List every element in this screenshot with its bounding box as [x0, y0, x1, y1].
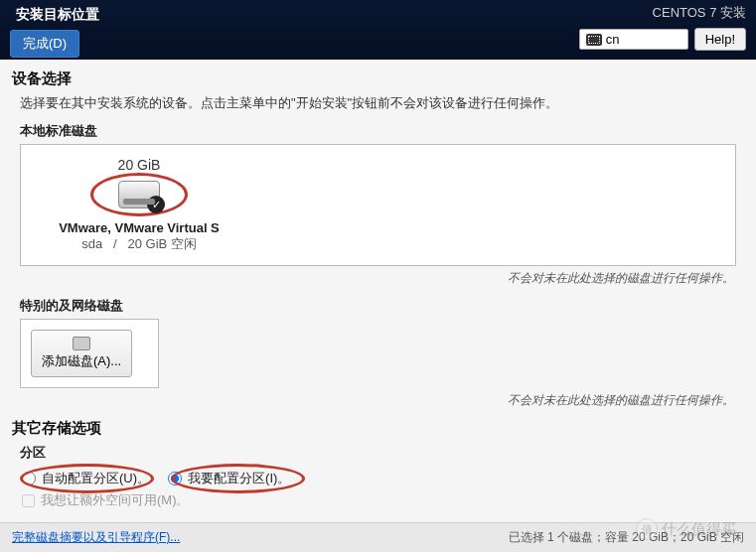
partition-radio-row: 自动配置分区(U)。 我要配置分区(I)。: [22, 470, 744, 487]
disk-detail: sda / 20 GiB 空闲: [35, 235, 243, 253]
network-disk-icon: [73, 337, 90, 350]
local-disks-box: 20 GiB ✓ VMware, VMware Virtual S sda / …: [20, 144, 736, 266]
disk-item[interactable]: 20 GiB ✓ VMware, VMware Virtual S sda / …: [35, 157, 243, 253]
disk-summary-link[interactable]: 完整磁盘摘要以及引导程序(F)...: [12, 529, 180, 546]
radio-auto-input[interactable]: [22, 472, 36, 485]
page-title: 安装目标位置: [10, 4, 105, 26]
extra-space-label: 我想让额外空间可用(M)。: [41, 491, 190, 509]
special-disks-box: 添加磁盘(A)...: [20, 319, 159, 388]
footer: 完整磁盘摘要以及引导程序(F)... 已选择 1 个磁盘；容量 20 GiB；2…: [0, 522, 756, 552]
device-selection-desc: 选择要在其中安装系统的设备。点击主菜单中的"开始安装"按钮前不会对该设备进行任何…: [12, 94, 744, 112]
disk-free: 20 GiB 空闲: [127, 236, 196, 251]
language-selector[interactable]: cn: [579, 29, 688, 50]
radio-auto-label: 自动配置分区(U)。: [42, 470, 150, 487]
installer-label: CENTOS 7 安装: [653, 4, 746, 22]
done-button[interactable]: 完成(D): [10, 30, 79, 58]
disk-note-2: 不会对未在此处选择的磁盘进行任何操作。: [12, 392, 734, 409]
header-left: 安装目标位置 完成(D): [10, 4, 105, 56]
disk-sep: /: [113, 236, 117, 251]
keyboard-icon: [586, 34, 602, 46]
disk-name: VMware, VMware Virtual S: [35, 220, 243, 235]
disk-size: 20 GiB: [35, 157, 243, 173]
disk-id: sda: [81, 236, 102, 251]
disk-note-1: 不会对未在此处选择的磁盘进行任何操作。: [12, 270, 734, 287]
add-disk-label: 添加磁盘(A)...: [42, 352, 121, 370]
header-right: CENTOS 7 安装 cn Help!: [579, 4, 746, 56]
radio-manual-label: 我要配置分区(I)。: [188, 470, 290, 487]
special-disks-heading: 特别的及网络磁盘: [20, 297, 744, 315]
extra-space-checkbox: [22, 494, 35, 507]
local-disks-heading: 本地标准磁盘: [20, 122, 744, 140]
extra-space-row: 我想让额外空间可用(M)。: [22, 491, 744, 509]
footer-status: 已选择 1 个磁盘；容量 20 GiB；20 GiB 空闲: [509, 529, 744, 546]
partition-heading: 分区: [20, 444, 744, 462]
check-icon: ✓: [147, 196, 165, 213]
disk-icon: ✓: [118, 181, 160, 208]
add-disk-button[interactable]: 添加磁盘(A)...: [31, 330, 132, 377]
header: 安装目标位置 完成(D) CENTOS 7 安装 cn Help!: [0, 0, 756, 60]
main-content: 设备选择 选择要在其中安装系统的设备。点击主菜单中的"开始安装"按钮前不会对该设…: [0, 60, 756, 519]
header-controls: cn Help!: [579, 28, 746, 51]
disk-icon-wrap: ✓: [35, 181, 243, 208]
other-storage-title: 其它存储选项: [12, 419, 744, 438]
language-code: cn: [606, 32, 620, 47]
radio-manual-partition[interactable]: 我要配置分区(I)。: [168, 470, 290, 487]
radio-manual-input[interactable]: [168, 472, 182, 485]
help-button[interactable]: Help!: [694, 28, 746, 51]
radio-auto-partition[interactable]: 自动配置分区(U)。: [22, 470, 150, 487]
device-selection-title: 设备选择: [12, 69, 744, 88]
